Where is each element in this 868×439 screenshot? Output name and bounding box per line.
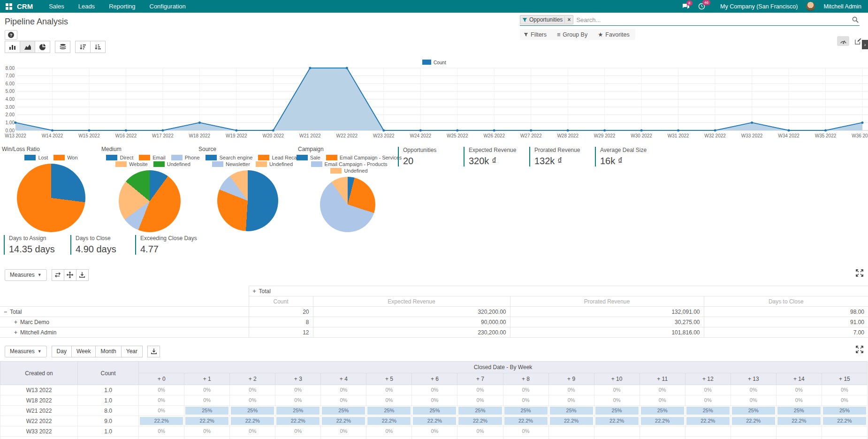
cohort-cell[interactable]: 0%: [731, 385, 776, 395]
search-icon[interactable]: [852, 16, 860, 23]
cohort-cell[interactable]: 0%: [548, 395, 594, 406]
cohort-cell[interactable]: 0%: [230, 385, 275, 395]
pivot-measure-expected-revenue[interactable]: Expected Revenue: [313, 296, 510, 307]
campaign-pie[interactable]: [320, 177, 375, 232]
count-by-week-chart[interactable]: 0.001.002.003.004.005.006.007.008.00W13 …: [0, 54, 868, 141]
cohort-cell[interactable]: 22.2%: [230, 416, 275, 426]
legend-item-sale[interactable]: Sale: [297, 155, 320, 160]
pivot-download-button[interactable]: [76, 269, 89, 281]
cohort-cell[interactable]: 0%: [457, 385, 503, 395]
cohort-cell[interactable]: 0%: [184, 426, 230, 437]
messages-button[interactable]: 8: [682, 3, 690, 10]
sort-descending-button[interactable]: [75, 41, 91, 53]
cohort-cell[interactable]: 0%: [275, 395, 321, 406]
sort-ascending-button[interactable]: [90, 41, 106, 53]
legend-item-email-campaign-services[interactable]: Email Campaign - Services: [326, 155, 402, 160]
cohort-cell[interactable]: 0%: [503, 395, 548, 406]
expand-icon[interactable]: +: [14, 329, 17, 336]
cohort-download-button[interactable]: [147, 346, 160, 357]
cohort-cell[interactable]: 22.2%: [776, 416, 822, 426]
cohort-cell[interactable]: 25%: [640, 406, 685, 416]
cohort-cell[interactable]: 0%: [184, 395, 230, 406]
menu-configuration[interactable]: Configuration: [150, 3, 186, 10]
cohort-cell[interactable]: 0%: [685, 385, 731, 395]
cohort-cell[interactable]: [822, 426, 867, 437]
cohort-cell[interactable]: 25%: [412, 406, 457, 416]
cohort-fullscreen-button[interactable]: [856, 346, 863, 355]
cohort-cell[interactable]: 22.2%: [822, 416, 867, 426]
filters-button[interactable]: Filters: [524, 31, 547, 38]
cohort-cell[interactable]: 25%: [503, 406, 548, 416]
cohort-cell[interactable]: 0%: [412, 426, 457, 437]
cohort-cell[interactable]: 0%: [503, 426, 548, 437]
pivot-flip-axis-button[interactable]: [52, 269, 64, 281]
legend-item-phone[interactable]: Phone: [171, 155, 200, 160]
app-name[interactable]: CRM: [17, 2, 33, 10]
pivot-row-label-marc-demo[interactable]: +Marc Demo: [0, 317, 249, 327]
search-input[interactable]: [573, 15, 852, 24]
pivot-col-group-total[interactable]: +Total: [249, 286, 868, 296]
cohort-cell[interactable]: 0%: [139, 385, 184, 395]
legend-item-undefined[interactable]: Undefined: [153, 161, 190, 167]
interval-year-button[interactable]: Year: [121, 346, 143, 357]
cohort-cell[interactable]: 25%: [548, 406, 594, 416]
cohort-cell[interactable]: 25%: [275, 406, 321, 416]
legend-item-won[interactable]: Won: [53, 155, 77, 160]
cohort-cell[interactable]: 0%: [776, 385, 822, 395]
cohort-cell[interactable]: 0%: [776, 395, 822, 406]
kpi-days-to-close[interactable]: Days to Close 4.90 days: [70, 235, 116, 255]
search-facet-opportunities[interactable]: Opportunities ×: [520, 15, 573, 24]
cohort-cell[interactable]: 25%: [366, 406, 412, 416]
kpi-days-to-assign[interactable]: Days to Assign 14.35 days: [4, 235, 55, 255]
cohort-cell[interactable]: 22.2%: [640, 416, 685, 426]
cohort-cell[interactable]: 0%: [594, 395, 640, 406]
cohort-measures-button[interactable]: Measures▼: [5, 346, 47, 357]
cohort-cell[interactable]: [731, 426, 776, 437]
company-switcher[interactable]: My Company (San Francisco): [720, 3, 798, 10]
cohort-cell[interactable]: [776, 426, 822, 437]
kpi-opportunities[interactable]: Opportunities 20: [398, 147, 436, 167]
panel-edge-handle[interactable]: ›: [862, 40, 868, 49]
cohort-cell[interactable]: 22.2%: [321, 416, 366, 426]
cohort-cell[interactable]: 22.2%: [139, 416, 184, 426]
cohort-cell[interactable]: 22.2%: [457, 416, 503, 426]
cohort-cell[interactable]: 0%: [321, 395, 366, 406]
kpi-prorated-revenue[interactable]: Prorated Revenue 132k ₫: [529, 147, 580, 167]
facet-remove-icon[interactable]: ×: [564, 16, 573, 23]
line-chart-button[interactable]: [20, 41, 35, 53]
expand-icon[interactable]: +: [14, 319, 17, 325]
pivot-fullscreen-button[interactable]: [856, 269, 863, 278]
group-by-button[interactable]: ≡ Group By: [557, 31, 587, 38]
cohort-cell[interactable]: 0%: [366, 385, 412, 395]
cohort-cell[interactable]: [685, 426, 731, 437]
pivot-measure-prorated-revenue[interactable]: Prorated Revenue: [510, 296, 704, 307]
apps-menu-icon[interactable]: [6, 3, 12, 10]
cohort-cell[interactable]: 0%: [548, 385, 594, 395]
cohort-cell[interactable]: 0%: [275, 426, 321, 437]
cohort-cell[interactable]: 25%: [594, 406, 640, 416]
kpi-average-deal-size[interactable]: Average Deal Size 16k ₫: [595, 147, 647, 167]
stacked-toggle-button[interactable]: [55, 41, 70, 53]
cohort-cell[interactable]: 22.2%: [366, 416, 412, 426]
cohort-cell[interactable]: 0%: [275, 385, 321, 395]
cohort-cell[interactable]: 25%: [685, 406, 731, 416]
cohort-cell[interactable]: [548, 426, 594, 437]
legend-item-search-engine[interactable]: Search engine: [206, 155, 252, 160]
cohort-cell[interactable]: 0%: [321, 426, 366, 437]
cohort-cell[interactable]: 25%: [230, 406, 275, 416]
cohort-cell[interactable]: 22.2%: [503, 416, 548, 426]
legend-item-newsletter[interactable]: Newsletter: [212, 161, 250, 167]
cohort-cell[interactable]: 0%: [640, 395, 685, 406]
cohort-cell[interactable]: 22.2%: [275, 416, 321, 426]
cohort-cell[interactable]: 22.2%: [412, 416, 457, 426]
bar-chart-button[interactable]: [5, 41, 20, 53]
medium-pie[interactable]: [119, 170, 181, 232]
cohort-cell[interactable]: 0%: [457, 426, 503, 437]
cohort-cell[interactable]: 22.2%: [731, 416, 776, 426]
pivot-row-label-total[interactable]: −Total: [0, 307, 249, 317]
interval-day-button[interactable]: Day: [52, 346, 72, 357]
interval-week-button[interactable]: Week: [71, 346, 96, 357]
interval-month-button[interactable]: Month: [95, 346, 121, 357]
legend-item-direct[interactable]: Direct: [106, 155, 133, 160]
cohort-cell[interactable]: 0%: [321, 385, 366, 395]
